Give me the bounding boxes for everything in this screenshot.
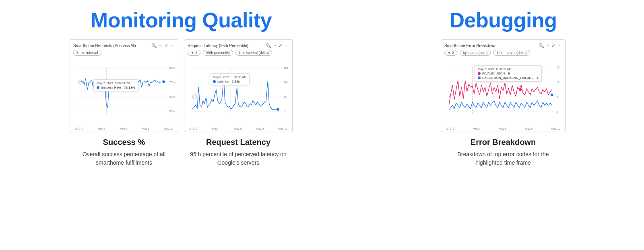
err-filter-0[interactable]: ▼ 2 bbox=[444, 50, 457, 56]
lat-x-may9: May 9 bbox=[256, 127, 264, 130]
request-latency-tooltip-row: Latency 2.25s bbox=[213, 80, 246, 83]
filter-icon-0: ▼ bbox=[191, 51, 194, 55]
request-latency-chart-header: Request Latency (95th Percentile) 🔍 ≡ ⤢ … bbox=[188, 43, 289, 48]
svg-text:10: 10 bbox=[557, 81, 560, 84]
request-latency-chart-title: Request Latency (95th Percentile) bbox=[188, 43, 248, 48]
request-latency-metric-desc: 95th percentile of perceived latency on … bbox=[188, 150, 289, 167]
search-icon-lat[interactable]: 🔍 bbox=[266, 43, 271, 48]
success-rate-tooltip-value: 73.33% bbox=[124, 86, 135, 89]
err-tooltip-value-1: 4 bbox=[537, 76, 539, 80]
debugging-charts-row: Smarthome Error Breakdown 🔍 ≡ ⤢ ⋮ ▼ 2 by… bbox=[366, 39, 640, 132]
request-latency-tooltip-date: May 8, 2021, 1:00:00 AM bbox=[213, 75, 246, 79]
legend-icon[interactable]: ≡ bbox=[159, 43, 162, 48]
svg-text:i: i bbox=[194, 95, 194, 98]
err-x-may8: May 8 bbox=[499, 127, 506, 130]
success-rate-chart-header: Smarthome Requests (Success %) 🔍 ≡ ⤢ ⋮ bbox=[73, 43, 175, 48]
success-rate-tooltip-dot bbox=[97, 86, 99, 89]
more-icon-err[interactable]: ⋮ bbox=[557, 43, 562, 48]
request-latency-tooltip: May 8, 2021, 1:00:00 AM Latency 2.25s bbox=[210, 73, 250, 85]
err-x-may7: May 7 bbox=[473, 127, 480, 130]
expand-icon-err[interactable]: ⤢ bbox=[551, 43, 555, 48]
more-icon-lat[interactable]: ⋮ bbox=[285, 43, 289, 48]
svg-point-9 bbox=[162, 81, 165, 83]
lat-x-may10: May 10 bbox=[278, 127, 287, 130]
lat-filter-0[interactable]: ▼ 2 bbox=[188, 50, 200, 56]
svg-text:15s: 15s bbox=[284, 66, 288, 69]
error-breakdown-filters: ▼ 2 by status (sum) 1 hr interval (delta… bbox=[444, 50, 562, 56]
svg-text:0: 0 bbox=[284, 110, 285, 113]
err-tooltip-dot-1 bbox=[478, 76, 481, 79]
err-x-may10: May 10 bbox=[551, 127, 560, 130]
success-rate-metric-desc: Overall success percentage of all smarth… bbox=[74, 150, 174, 167]
svg-point-35 bbox=[519, 88, 522, 91]
error-breakdown-chart-header: Smarthome Error Breakdown 🔍 ≡ ⤢ ⋮ bbox=[444, 43, 562, 48]
metrics-row-left: Success % Overall success percentage of … bbox=[4, 136, 358, 169]
error-breakdown-tooltip-row-0: INVALID_JSON 8 bbox=[478, 72, 539, 75]
x-label-may9: May 9 bbox=[142, 127, 149, 130]
success-rate-chart-card: Smarthome Requests (Success %) 🔍 ≡ ⤢ ⋮ 5… bbox=[70, 39, 178, 132]
err-x-utc: UTC-7 bbox=[446, 127, 454, 130]
request-latency-metric-card: Request Latency 95th percentile of perce… bbox=[184, 136, 293, 169]
lat-filter-2[interactable]: 1 hr interval (delta) bbox=[235, 50, 272, 56]
svg-point-36 bbox=[551, 93, 553, 96]
filter-icon-err-0: ▼ bbox=[448, 51, 451, 55]
err-tooltip-value-0: 8 bbox=[508, 72, 510, 75]
success-rate-tooltip-date: May 7, 2021, 5:00:00 PM bbox=[97, 81, 135, 85]
latency-tooltip-dot bbox=[213, 80, 216, 83]
success-rate-x-labels: UTC-7 May 7 May 8 May 9 May 10 bbox=[73, 126, 175, 130]
latency-x-labels: UTC-7 May 7 May 8 May 9 May 10 bbox=[188, 126, 289, 130]
success-rate-tooltip: May 7, 2021, 5:00:00 PM Success Rate 73.… bbox=[93, 79, 138, 91]
latency-tooltip-label: Latency bbox=[217, 80, 229, 83]
expand-icon[interactable]: ⤢ bbox=[164, 43, 168, 48]
debugging-title: Debugging bbox=[449, 8, 557, 32]
error-breakdown-chart-title: Smarthome Error Breakdown bbox=[444, 43, 497, 48]
more-icon[interactable]: ⋮ bbox=[170, 43, 175, 48]
error-breakdown-tooltip: May 7, 2021, 8:30:00 AM INVALID_JSON 8 E… bbox=[475, 65, 542, 82]
error-breakdown-tooltip-date: May 7, 2021, 8:30:00 AM bbox=[478, 67, 539, 71]
error-breakdown-tooltip-row-1: EXECUTION_BACKEND_FAILURE 4 bbox=[478, 76, 539, 80]
lat-x-may7: May 7 bbox=[212, 127, 219, 130]
error-breakdown-metric-desc: Breakdown of top error codes for the hig… bbox=[445, 150, 561, 167]
success-rate-chart-title: Smarthome Requests (Success %) bbox=[73, 43, 136, 48]
svg-text:50%: 50% bbox=[169, 110, 175, 113]
x-label-utc: UTC-7 bbox=[75, 127, 83, 130]
debugging-section: Debugging Smarthome Error Breakdown 🔍 ≡ … bbox=[362, 0, 644, 250]
svg-text:80%: 80% bbox=[169, 66, 175, 69]
svg-text:0: 0 bbox=[557, 111, 558, 114]
metrics-row-right: Error Breakdown Breakdown of top error c… bbox=[366, 136, 640, 169]
svg-text:5s: 5s bbox=[284, 95, 287, 98]
expand-icon-lat[interactable]: ⤢ bbox=[279, 43, 282, 48]
error-breakdown-metric-title: Error Breakdown bbox=[445, 138, 561, 147]
monitoring-quality-title: Monitoring Quality bbox=[91, 8, 272, 32]
err-filter-1[interactable]: by status (sum) bbox=[460, 50, 491, 56]
search-icon[interactable]: 🔍 bbox=[151, 43, 157, 48]
lat-filter-1[interactable]: 95th percentile bbox=[203, 50, 233, 56]
error-breakdown-chart-area: 15 10 5 0 i bbox=[444, 57, 562, 126]
svg-text:5: 5 bbox=[557, 96, 558, 99]
search-icon-err[interactable]: 🔍 bbox=[539, 43, 544, 48]
request-latency-svg: 15s 10s 5s 0 i bbox=[188, 57, 289, 126]
request-latency-metric-title: Request Latency bbox=[188, 138, 289, 147]
err-tooltip-label-1: EXECUTION_BACKEND_FAILURE bbox=[482, 76, 534, 80]
latency-tooltip-value: 2.25s bbox=[232, 80, 240, 83]
svg-text:i: i bbox=[451, 96, 452, 99]
legend-icon-err[interactable]: ≡ bbox=[547, 43, 549, 48]
success-rate-metric-card: Success % Overall success percentage of … bbox=[70, 136, 178, 169]
success-rate-svg: 80% 70% 60% 50% i bbox=[73, 57, 175, 126]
svg-text:70%: 70% bbox=[169, 81, 175, 84]
request-latency-filters: ▼ 2 95th percentile 1 hr interval (delta… bbox=[188, 50, 289, 56]
err-tooltip-dot-0 bbox=[478, 72, 481, 75]
error-breakdown-metric-card: Error Breakdown Breakdown of top error c… bbox=[441, 136, 566, 169]
lat-x-utc: UTC-7 bbox=[189, 127, 198, 130]
svg-point-21 bbox=[277, 108, 279, 111]
success-rate-chart-icons: 🔍 ≡ ⤢ ⋮ bbox=[151, 43, 175, 48]
legend-icon-lat[interactable]: ≡ bbox=[274, 43, 276, 48]
err-filter-2[interactable]: 1 hr interval (delta) bbox=[493, 50, 530, 56]
error-breakdown-chart-card: Smarthome Error Breakdown 🔍 ≡ ⤢ ⋮ ▼ 2 by… bbox=[441, 39, 566, 132]
error-x-labels: UTC-7 May 7 May 8 May 9 May 10 bbox=[444, 126, 562, 130]
success-rate-filters: 5 min interval bbox=[73, 50, 175, 56]
success-rate-tooltip-label: Success Rate bbox=[101, 86, 121, 89]
success-rate-filter-chip-0[interactable]: 5 min interval bbox=[73, 50, 101, 56]
request-latency-chart-card: Request Latency (95th Percentile) 🔍 ≡ ⤢ … bbox=[184, 39, 293, 132]
lat-x-may8: May 8 bbox=[234, 127, 242, 130]
